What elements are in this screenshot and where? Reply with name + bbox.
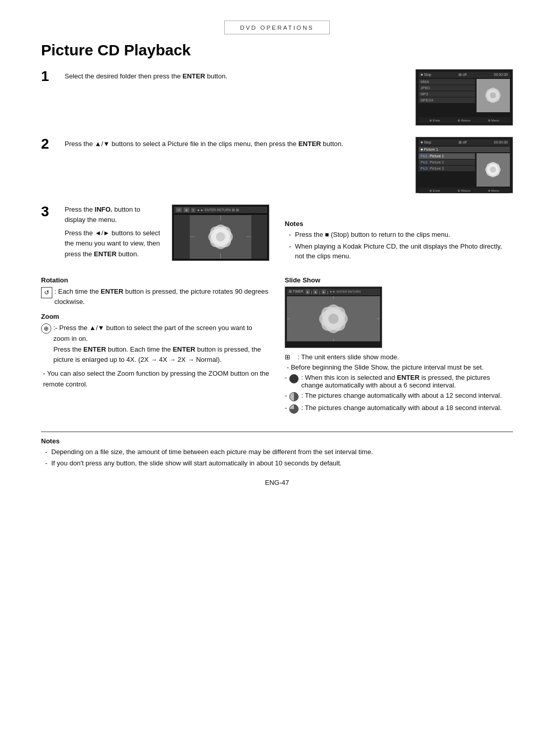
svg-point-5 (490, 92, 496, 98)
step-3-screen: ↺ ⊕ i ►► ENTER RETURN ⊠ ⊠ (172, 205, 269, 261)
slide-item-18s: - : The pictures change automatically wi… (285, 404, 513, 414)
bottom-notes-title: Notes (41, 437, 513, 445)
timer-6s-icon (289, 374, 299, 383)
step-3-text1: Press the INFO. button to display the me… (65, 205, 163, 225)
step-1-number: 1 (41, 69, 55, 84)
slide-show-section: Slide Show ⊠ TIMER: ● | ● | ● | ►► ENTER… (285, 276, 513, 414)
step-3-text2: Press the ◄/► buttons to select the menu… (65, 228, 163, 259)
bottom-note-2: If you don't press any button, the slide… (45, 458, 513, 468)
step-3-number: 3 (41, 205, 55, 219)
rotation-text: : Each time the ENTER button is pressed,… (54, 287, 269, 308)
timer-12s-dash: - (285, 392, 287, 399)
timer-6s-text: : When this icon is selected and ENTER i… (301, 374, 513, 389)
right-col: Slide Show ⊠ TIMER: ● | ● | ● | ►► ENTER… (285, 271, 513, 416)
bottom-notes: Notes Depending on a file size, the amou… (41, 432, 513, 468)
zoom-icon: ⊕ (41, 323, 51, 334)
step-1: 1 Select the desired folder then press t… (41, 69, 513, 126)
timer-18s-dash: - (285, 404, 287, 412)
rotation-section: Rotation ↺ : Each time the ENTER button … (41, 276, 269, 308)
slide-topbar: ⊠ TIMER: ● | ● | ● | ►► ENTER RETURN (287, 289, 380, 295)
timer-12s-text: : The pictures change automatically with… (301, 392, 502, 399)
step-3-notes: Notes Press the ■ (Stop) button to retur… (285, 205, 513, 263)
step-1-screen: ■ Stop ⊠ off 00:00:00 MMA JPEG MP3 MPEG4 (416, 69, 513, 126)
rotation-icon: ↺ (41, 287, 52, 298)
notes-list: Press the ■ (Stop) button to return to t… (285, 230, 513, 261)
timer-18s-text: : The pictures change automatically with… (301, 404, 502, 412)
bottom-note-1: Depending on a file size, the amount of … (45, 447, 513, 457)
slide-item-1: ⊞ : The unit enters slide show mode. (285, 353, 513, 361)
svg-point-17 (216, 232, 225, 241)
zoom-body: ⊕ :- Press the ▲/▼ button to select the … (41, 323, 269, 390)
section-header: DVD Operations (41, 21, 513, 34)
slide-show-title: Slide Show (285, 276, 513, 284)
timer-12s-icon (289, 392, 299, 401)
timer-18s-icon (289, 404, 299, 414)
filmstrip-icon: ⊞ (285, 353, 295, 361)
slide-item-12s: - : The pictures change automatically wi… (285, 392, 513, 401)
section-label: DVD Operations (240, 25, 314, 31)
slide-item-before: - Before beginning the Slide Show, the p… (285, 363, 513, 371)
svg-point-11 (490, 167, 496, 173)
step-1-content: Select the desired folder then press the… (65, 69, 406, 81)
step-2-content: Press the ▲/▼ buttons to select a Pictur… (65, 137, 406, 149)
slide-item-1-text: : The unit enters slide show mode. (298, 353, 399, 361)
main-content: Rotation ↺ : Each time the ENTER button … (41, 271, 513, 416)
page-title: Picture CD Playback (41, 42, 513, 59)
bottom-notes-list: Depending on a file size, the amount of … (41, 447, 513, 468)
rotation-title: Rotation (41, 276, 269, 284)
note-2: When playing a Kodak Picture CD, the uni… (289, 241, 513, 261)
rotation-body: ↺ : Each time the ENTER button is presse… (41, 287, 269, 308)
step-1-text: Select the desired folder then press the… (65, 71, 406, 81)
page-number: ENG-47 (41, 479, 513, 486)
zoom-title: Zoom (41, 313, 269, 320)
section-header-box: DVD Operations (224, 21, 330, 34)
step-3: 3 Press the INFO. button to display the … (41, 205, 269, 263)
zoom-remote-text: - You can also select the Zoom function … (41, 369, 269, 390)
left-col: Rotation ↺ : Each time the ENTER button … (41, 271, 269, 416)
zoom-text: :- Press the ▲/▼ button to select the pa… (53, 323, 269, 365)
timer-6s-dash: - (285, 374, 287, 381)
step-2: 2 Press the ▲/▼ buttons to select a Pict… (41, 137, 513, 193)
step-3-row: 3 Press the INFO. button to display the … (41, 205, 513, 263)
step-2-number: 2 (41, 137, 55, 151)
svg-point-27 (328, 314, 339, 324)
slide-item-6s: - : When this icon is selected and ENTER… (285, 374, 513, 389)
note-1: Press the ■ (Stop) button to return to t… (289, 230, 513, 240)
slide-show-screen: ⊠ TIMER: ● | ● | ● | ►► ENTER RETURN (285, 287, 382, 348)
slide-flower (287, 296, 380, 341)
notes-title: Notes (285, 220, 513, 228)
step-2-text: Press the ▲/▼ buttons to select a Pictur… (65, 139, 406, 149)
zoom-section: Zoom ⊕ :- Press the ▲/▼ button to select… (41, 313, 269, 390)
step-2-screen: ■ Stop ⊠ off 00:00:00 ■ Picture 1 Pic1Pi… (416, 137, 513, 193)
